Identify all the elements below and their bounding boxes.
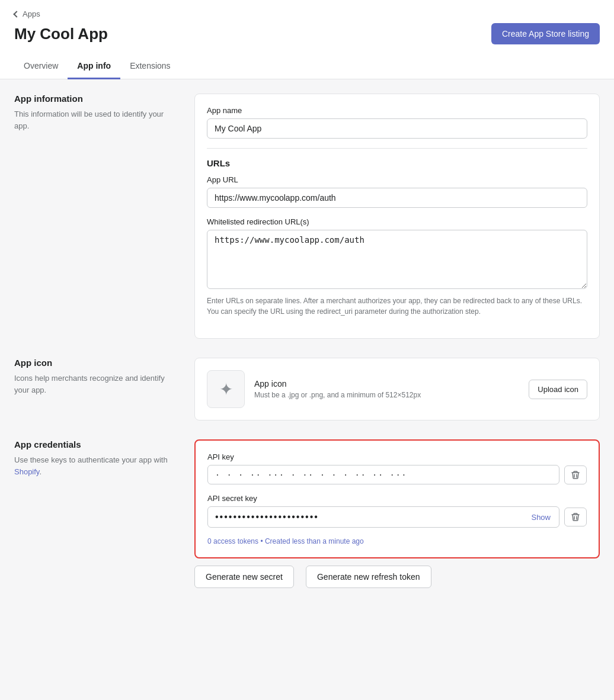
app-icon-section: App icon Icons help merchants recognize …	[14, 358, 600, 420]
tabs-row: Overview App info Extensions	[14, 54, 600, 79]
app-credentials-card: API key API secret key	[194, 439, 600, 558]
upload-icon-button[interactable]: Upload icon	[529, 380, 587, 399]
puzzle-icon: ✦	[219, 380, 233, 399]
app-information-title: App information	[14, 94, 180, 104]
credentials-meta: 0 access tokens • Created less than a mi…	[207, 537, 587, 545]
app-icon-card: ✦ App icon Must be a .jpg or .png, and a…	[194, 358, 600, 420]
app-name-input[interactable]	[207, 118, 587, 139]
tab-app-info[interactable]: App info	[68, 54, 120, 79]
app-credentials-left: App credentials Use these keys to authen…	[14, 439, 180, 588]
redirect-url-textarea[interactable]: https://www.mycoolapp.com/auth	[207, 230, 587, 289]
breadcrumb-row: Apps	[14, 9, 600, 18]
icon-info: App icon Must be a .jpg or .png, and a m…	[254, 379, 519, 399]
app-url-input[interactable]	[207, 188, 587, 208]
redirect-url-field-section: Whitelisted redirection URL(s) https://w…	[207, 217, 587, 317]
page-header: Apps My Cool App Create App Store listin…	[0, 0, 614, 79]
content-area: App information This information will be…	[0, 79, 614, 621]
urls-heading: URLs	[207, 158, 587, 168]
app-icon-desc: Icons help merchants recognize and ident…	[14, 373, 180, 396]
shopify-link[interactable]: Shopify	[14, 467, 39, 476]
create-app-store-listing-button[interactable]: Create App Store listing	[491, 23, 600, 44]
api-key-row	[207, 465, 587, 484]
api-secret-row: Show	[207, 506, 587, 528]
generate-new-refresh-token-button[interactable]: Generate new refresh token	[306, 566, 431, 588]
app-icon-left: App icon Icons help merchants recognize …	[14, 358, 180, 420]
app-information-left: App information This information will be…	[14, 94, 180, 339]
icon-reqs: Must be a .jpg or .png, and a minimum of…	[254, 391, 519, 399]
icon-upload-area: ✦ App icon Must be a .jpg or .png, and a…	[207, 370, 587, 408]
redirect-url-label: Whitelisted redirection URL(s)	[207, 217, 587, 226]
breadcrumb-link[interactable]: Apps	[14, 9, 40, 18]
app-url-label: App URL	[207, 175, 587, 184]
app-credentials-desc: Use these keys to authenticate your app …	[14, 454, 180, 477]
credentials-right: API key API secret key	[194, 439, 600, 588]
app-url-field-section: App URL	[207, 175, 587, 208]
show-secret-link[interactable]: Show	[525, 513, 557, 522]
generate-new-secret-button[interactable]: Generate new secret	[194, 566, 294, 588]
api-secret-section: API secret key Show	[207, 494, 587, 528]
api-secret-input[interactable]	[208, 507, 525, 527]
api-key-label: API key	[207, 452, 587, 461]
api-key-section: API key	[207, 452, 587, 484]
app-information-card: App name URLs App URL Whitelisted redire…	[194, 94, 600, 339]
app-credentials-section: App credentials Use these keys to authen…	[14, 439, 600, 588]
breadcrumb-label: Apps	[23, 9, 40, 18]
app-name-label: App name	[207, 106, 587, 115]
app-name-field-section: App name	[207, 106, 587, 139]
tab-overview[interactable]: Overview	[14, 54, 68, 79]
api-key-input[interactable]	[207, 465, 559, 484]
chevron-left-icon	[13, 11, 20, 17]
header-row: My Cool App Create App Store listing	[14, 23, 600, 54]
redirect-url-helper: Enter URLs on separate lines. After a me…	[207, 296, 587, 317]
icon-name-label: App icon	[254, 379, 519, 388]
trash-icon	[571, 470, 580, 480]
tab-extensions[interactable]: Extensions	[120, 54, 180, 79]
api-secret-input-wrapper: Show	[207, 506, 559, 528]
page-title: My Cool App	[14, 25, 108, 43]
icon-placeholder: ✦	[207, 370, 245, 408]
app-credentials-title: App credentials	[14, 439, 180, 449]
generate-row: Generate new secret Generate new refresh…	[194, 566, 600, 588]
app-information-section: App information This information will be…	[14, 94, 600, 339]
page-container: Apps My Cool App Create App Store listin…	[0, 0, 614, 700]
api-secret-copy-button[interactable]	[564, 508, 587, 526]
api-secret-label: API secret key	[207, 494, 587, 503]
api-key-copy-button[interactable]	[564, 465, 587, 484]
app-icon-title: App icon	[14, 358, 180, 368]
section-divider	[207, 148, 587, 149]
trash-icon-secret	[571, 512, 580, 522]
app-information-desc: This information will be used to identif…	[14, 108, 180, 131]
